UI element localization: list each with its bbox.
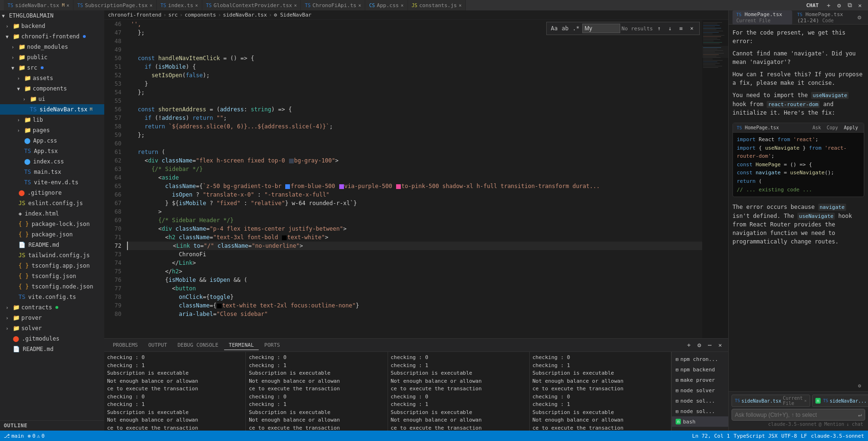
tab-subscriptionpage[interactable]: TS SubscriptionPage.tsx × xyxy=(73,0,157,10)
apply-button[interactable]: Apply xyxy=(842,125,860,131)
close-terminal-icon[interactable]: × xyxy=(716,341,724,350)
tab-label: index.ts xyxy=(168,2,193,9)
chat-input[interactable] xyxy=(735,412,856,418)
tab-close[interactable]: × xyxy=(401,3,404,8)
sidebar-item-pages[interactable]: › 📁 pages xyxy=(0,125,104,135)
tab-chronofiapi[interactable]: TS ChronoFiApi.ts × xyxy=(301,0,365,10)
terminal-tab-ports[interactable]: PORTS xyxy=(260,341,285,350)
sidebar-item-eslint[interactable]: JS eslint.config.js xyxy=(0,198,104,208)
code-editor[interactable]: 46 '', 47 }; 48 49 xyxy=(104,20,702,338)
terminal-session-node-sol2[interactable]: ⊞ node sol... xyxy=(672,406,728,416)
sidebar-item-maintsx[interactable]: TS main.tsx xyxy=(0,167,104,177)
close-chat-icon[interactable]: × xyxy=(856,1,864,9)
send-button[interactable]: ↵ xyxy=(858,411,862,418)
find-mode-list-icon[interactable]: ≡ xyxy=(676,24,686,33)
tab-close[interactable]: × xyxy=(150,3,153,8)
line-ending-status[interactable]: LF xyxy=(801,433,807,439)
split-icon[interactable]: ⧉ xyxy=(845,1,854,9)
tab-appcss[interactable]: CS App.css × xyxy=(365,0,407,10)
settings-icon[interactable]: ⚙ xyxy=(835,1,843,9)
at-mention-btn[interactable]: @ Mention xyxy=(819,422,844,427)
find-input[interactable] xyxy=(582,24,620,33)
tab-sidenavbar-1[interactable]: TS sideNavBar.tsx M × xyxy=(4,0,73,10)
chat-tab-homepage-code[interactable]: TS HomePage.tsx (21-24) Code xyxy=(793,10,855,25)
ask-button[interactable]: Ask xyxy=(811,125,823,131)
sidebar-item-tsconfignode[interactable]: { } tsconfig.node.json xyxy=(0,281,104,292)
terminal-more-icon[interactable]: ⋯ xyxy=(705,341,714,350)
sidebar-item-sidenavbar[interactable]: TS sideNavBar.tsx M xyxy=(0,104,104,115)
svg-rect-25 xyxy=(703,57,721,58)
sidebar-item-readme[interactable]: 📄 README.md xyxy=(0,240,104,250)
sidebar-item-components[interactable]: ▼ 📁 components xyxy=(0,83,104,94)
terminal-tab-debug[interactable]: DEBUG CONSOLE xyxy=(173,341,223,350)
git-branch-status[interactable]: ⎇ main xyxy=(4,433,24,439)
sidebar-item-node-modules[interactable]: › 📁 node_modules xyxy=(0,42,104,52)
tab-close[interactable]: × xyxy=(195,3,198,8)
sidebar-item-prover[interactable]: › 📁 prover xyxy=(0,313,104,323)
md-file-icon: 📄 xyxy=(13,346,20,352)
chat-tab-homepage-current[interactable]: TS HomePage.tsx Current File xyxy=(732,10,792,25)
sidebar-item-ui[interactable]: › 📁 ui xyxy=(0,94,104,104)
sidebar-item-package[interactable]: { } package.json xyxy=(0,229,104,240)
sidebar-item-readme-root[interactable]: 📄 README.md xyxy=(0,344,104,354)
sidebar-item-ethglobalmain[interactable]: ▼ ETHGLOBALMAIN xyxy=(0,10,104,21)
line-col-status[interactable]: Ln 72, Col 1 xyxy=(692,433,730,439)
sidebar-item-gitmodules[interactable]: ⬤ .gitmodules xyxy=(0,333,104,344)
tab-globalcontext[interactable]: TS GlobalContextProvider.tsx × xyxy=(202,0,301,10)
sidebar-item-chronofi-frontend[interactable]: ▼ 📁 chronofi-frontend xyxy=(0,31,104,42)
add-chat-icon[interactable]: + xyxy=(824,1,833,9)
tab-close[interactable]: × xyxy=(459,3,461,8)
terminal-settings-icon[interactable]: ⚙ xyxy=(695,341,704,350)
sidebar-item-src[interactable]: ▼ 📁 src xyxy=(0,63,104,73)
terminal-session-npm-chron[interactable]: ⊞ npm chron... xyxy=(672,354,728,364)
sidebar-item-viteconfig[interactable]: TS vite.config.ts xyxy=(0,292,104,302)
encoding-status[interactable]: UTF-8 xyxy=(781,433,797,439)
sidebar-item-apptsx[interactable]: TS App.tsx xyxy=(0,146,104,156)
chat-bottom-settings-icon[interactable]: ⚙ xyxy=(855,381,864,390)
terminal-session-npm-backend[interactable]: ⊞ npm backend xyxy=(672,364,728,375)
terminal-tab-problems[interactable]: PROBLEMS xyxy=(108,341,143,350)
file-type-status[interactable]: TypeScript JSX xyxy=(733,433,778,439)
case-sensitive-icon[interactable]: Aa xyxy=(550,24,559,33)
sidebar-item-tsconfigapp[interactable]: { } tsconfig.app.json xyxy=(0,261,104,271)
terminal-tab-output[interactable]: OUTPUT xyxy=(144,341,172,350)
next-match-icon[interactable]: ↓ xyxy=(665,24,675,33)
chat-file-chip-sidenavbar[interactable]: TS sideNavBar.tsx Current File × xyxy=(732,395,810,407)
errors-status[interactable]: ⊗ 0 ⚠ 0 xyxy=(28,433,45,439)
add-terminal-icon[interactable]: + xyxy=(685,341,693,350)
terminal-session-node-sol1[interactable]: ⊞ node sol... xyxy=(672,396,728,406)
sidebar-item-appcss[interactable]: ⬤ App.css xyxy=(0,135,104,146)
chip-close-icon[interactable]: × xyxy=(804,398,806,403)
sidebar-item-backend[interactable]: › 📁 backend xyxy=(0,21,104,31)
sidebar-item-indexcss[interactable]: ⬤ index.css xyxy=(0,156,104,167)
sidebar-item-assets[interactable]: › 📁 assets xyxy=(0,73,104,83)
tab-index-ts[interactable]: TS index.ts × xyxy=(157,0,202,10)
sidebar-item-packagelock[interactable]: { } package-lock.json xyxy=(0,219,104,229)
sidebar-item-tailwind[interactable]: JS tailwind.config.js xyxy=(0,250,104,261)
sidebar-item-gitignore[interactable]: ⬤ .gitignore xyxy=(0,188,104,198)
sidebar-item-lib[interactable]: › 📁 lib xyxy=(0,115,104,125)
sidebar-item-solver[interactable]: › 📁 solver xyxy=(0,323,104,333)
regex-icon[interactable]: .* xyxy=(571,24,581,33)
copy-button[interactable]: Copy xyxy=(825,125,840,131)
chat-settings-icon[interactable]: ⚙ xyxy=(855,13,864,22)
prev-match-icon[interactable]: ↑ xyxy=(654,24,664,33)
tab-constants[interactable]: JS constants.js × xyxy=(408,0,466,10)
tab-close[interactable]: × xyxy=(294,3,297,8)
sidebar-item-contracts[interactable]: › 📁 contracts xyxy=(0,302,104,313)
terminal-session-bash[interactable]: n bash xyxy=(672,416,728,427)
sidebar-item-indexhtml[interactable]: ◈ index.html xyxy=(0,208,104,219)
sidebar-item-public[interactable]: › 📁 public xyxy=(0,52,104,63)
close-find-icon[interactable]: × xyxy=(687,24,696,33)
model-status[interactable]: claude-3.5-sonnet xyxy=(811,433,864,439)
sidebar-item-viteenv[interactable]: TS vite-env.d.ts xyxy=(0,177,104,188)
chat-file-chip-n[interactable]: n TS sideNavBar... × xyxy=(812,395,868,407)
tab-close[interactable]: × xyxy=(358,3,361,8)
chevron-right-icon: › xyxy=(6,315,11,321)
sidebar-item-tsconfig[interactable]: { } tsconfig.json xyxy=(0,271,104,281)
tab-close[interactable]: × xyxy=(66,3,69,8)
terminal-tab-terminal[interactable]: TERMINAL xyxy=(224,341,259,350)
terminal-session-make-prover[interactable]: ⊞ make prover xyxy=(672,375,728,385)
whole-word-icon[interactable]: ab xyxy=(561,24,570,33)
terminal-session-node-solver[interactable]: ⊞ node solver xyxy=(672,385,728,396)
